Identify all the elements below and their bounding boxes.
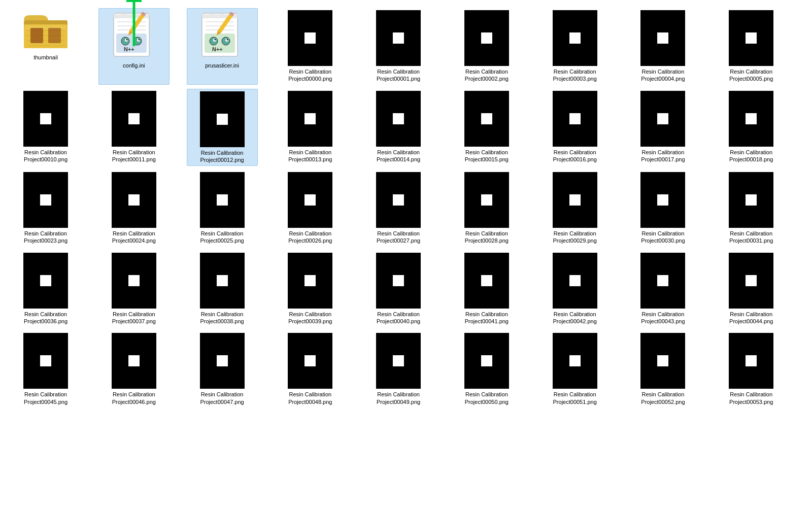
png-white-square	[481, 355, 492, 366]
file-item-RC0042[interactable]: Resin CalibrationProject00042.png	[539, 251, 611, 327]
file-label: Resin CalibrationProject00030.png	[641, 230, 685, 245]
file-item-RC0016[interactable]: Resin CalibrationProject00016.png	[539, 89, 611, 166]
png-white-square	[40, 355, 51, 366]
png-white-square	[217, 114, 228, 125]
png-white-square	[746, 32, 757, 44]
png-thumbnail	[288, 172, 332, 228]
file-item-RC0005[interactable]: Resin CalibrationProject00005.png	[716, 8, 787, 85]
file-label: Resin CalibrationProject00044.png	[729, 311, 773, 325]
file-item-RC0030[interactable]: Resin CalibrationProject00030.png	[627, 170, 698, 247]
file-item-RC0004[interactable]: Resin CalibrationProject00004.png	[627, 8, 698, 85]
file-label: Resin CalibrationProject00036.png	[24, 311, 67, 325]
png-thumbnail	[200, 91, 245, 147]
file-item-RC0003[interactable]: Resin CalibrationProject00003.png	[539, 8, 611, 85]
file-item-RC0010[interactable]: Resin CalibrationProject00010.png	[10, 89, 81, 166]
file-label: Resin CalibrationProject00037.png	[112, 311, 156, 325]
file-item-RC0000[interactable]: Resin CalibrationProject00000.png	[275, 8, 346, 85]
png-white-square	[128, 355, 140, 366]
file-label: Resin CalibrationProject00002.png	[465, 68, 509, 83]
file-item-RC0045b[interactable]: Resin CalibrationProject00046.png	[98, 331, 170, 407]
file-item-RC0025[interactable]: Resin CalibrationProject00025.png	[187, 170, 258, 247]
file-item-RC0015[interactable]: Resin CalibrationProject00015.png	[451, 89, 522, 166]
file-item-RC0043[interactable]: Resin CalibrationProject00043.png	[627, 251, 698, 327]
file-label: Resin CalibrationProject00011.png	[112, 149, 156, 163]
svg-text:N++: N++	[212, 46, 223, 52]
file-label: Resin CalibrationProject00010.png	[24, 149, 67, 163]
png-thumbnail	[553, 91, 597, 147]
file-item-RC0045d[interactable]: Resin CalibrationProject00048.png	[275, 331, 346, 407]
png-white-square	[217, 194, 228, 206]
png-white-square	[657, 32, 668, 44]
png-white-square	[40, 194, 51, 206]
file-item-RC0026[interactable]: Resin CalibrationProject00026.png	[275, 170, 346, 247]
png-white-square	[481, 275, 492, 286]
file-label: Resin CalibrationProject00003.png	[553, 68, 597, 83]
png-thumbnail	[112, 253, 156, 309]
file-item-RC0024[interactable]: Resin CalibrationProject00024.png	[98, 170, 170, 247]
png-thumbnail	[729, 91, 773, 147]
file-item-RC0037[interactable]: Resin CalibrationProject00037.png	[98, 251, 170, 327]
file-item-RC0018[interactable]: Resin CalibrationProject00018.png	[716, 89, 787, 166]
file-item-RC0013[interactable]: Resin CalibrationProject00013.png	[275, 89, 346, 166]
file-label: Resin CalibrationProject00049.png	[377, 391, 420, 405]
png-thumbnail	[640, 10, 685, 66]
file-item-RC0045h[interactable]: Resin CalibrationProject00052.png	[627, 331, 698, 407]
png-white-square	[481, 113, 492, 124]
png-thumbnail	[640, 333, 685, 389]
file-item-RC0028[interactable]: Resin CalibrationProject00028.png	[451, 170, 522, 247]
file-item-RC0012[interactable]: Resin CalibrationProject00012.png	[187, 89, 258, 166]
file-item-RC0045e[interactable]: Resin CalibrationProject00049.png	[363, 331, 434, 407]
file-item-RC0045g[interactable]: Resin CalibrationProject00051.png	[539, 331, 611, 407]
file-item-RC0040[interactable]: Resin CalibrationProject00040.png	[363, 251, 434, 327]
file-item-prusaslicer.ini[interactable]: N++ prusaslicer.ini	[187, 8, 258, 85]
file-item-RC0045i[interactable]: Resin CalibrationProject00053.png	[716, 331, 787, 407]
file-label: Resin CalibrationProject00001.png	[377, 68, 420, 83]
file-label: Resin CalibrationProject00045.png	[24, 391, 67, 405]
file-label: Resin CalibrationProject00046.png	[112, 391, 156, 405]
file-item-RC0001[interactable]: Resin CalibrationProject00001.png	[363, 8, 434, 85]
file-item-RC0039[interactable]: Resin CalibrationProject00039.png	[275, 251, 346, 327]
file-item-config.ini[interactable]: N++ config.ini	[98, 8, 170, 85]
file-label: Resin CalibrationProject00050.png	[465, 391, 509, 405]
svg-text:N++: N++	[124, 46, 134, 52]
file-item-RC0044[interactable]: Resin CalibrationProject00044.png	[716, 251, 787, 327]
png-thumbnail	[23, 172, 68, 228]
file-item-RC0038[interactable]: Resin CalibrationProject00038.png	[187, 251, 258, 327]
file-label: Resin CalibrationProject00000.png	[288, 68, 332, 83]
png-thumbnail	[23, 91, 68, 147]
png-white-square	[569, 275, 581, 286]
png-thumbnail	[288, 91, 332, 147]
png-white-square	[217, 355, 228, 366]
file-item-RC0045f[interactable]: Resin CalibrationProject00050.png	[451, 331, 522, 407]
png-thumbnail	[640, 253, 685, 309]
file-item-RC0027[interactable]: Resin CalibrationProject00027.png	[363, 170, 434, 247]
png-thumbnail	[288, 333, 332, 389]
svg-rect-8	[48, 28, 61, 43]
file-item-RC0023[interactable]: Resin CalibrationProject00023.png	[10, 170, 81, 247]
file-item-RC0002[interactable]: Resin CalibrationProject00002.png	[451, 8, 522, 85]
file-item-RC0045c[interactable]: Resin CalibrationProject00047.png	[187, 331, 258, 407]
png-thumbnail	[640, 172, 685, 228]
png-white-square	[304, 113, 316, 124]
file-item-RC0029[interactable]: Resin CalibrationProject00029.png	[539, 170, 611, 247]
file-label: Resin CalibrationProject00016.png	[553, 149, 597, 163]
file-item-RC0041[interactable]: Resin CalibrationProject00041.png	[451, 251, 522, 327]
png-white-square	[217, 275, 228, 286]
file-item-RC0036[interactable]: Resin CalibrationProject00036.png	[10, 251, 81, 327]
png-thumbnail	[112, 91, 156, 147]
png-white-square	[481, 32, 492, 44]
png-white-square	[746, 355, 757, 366]
file-item-RC0045a[interactable]: Resin CalibrationProject00045.png	[10, 331, 81, 407]
file-item-RC0014[interactable]: Resin CalibrationProject00014.png	[363, 89, 434, 166]
png-white-square	[746, 113, 757, 124]
png-thumbnail	[464, 91, 509, 147]
file-item-RC0031[interactable]: Resin CalibrationProject00031.png	[716, 170, 787, 247]
file-item-RC0011[interactable]: Resin CalibrationProject00011.png	[98, 89, 170, 166]
png-white-square	[569, 355, 581, 366]
file-item-RC0017[interactable]: Resin CalibrationProject00017.png	[627, 89, 698, 166]
png-thumbnail	[729, 333, 773, 389]
file-item-thumbnail[interactable]: thumbnail	[10, 8, 81, 85]
file-label: Resin CalibrationProject00005.png	[729, 68, 773, 83]
png-white-square	[657, 194, 668, 206]
png-white-square	[304, 355, 316, 366]
